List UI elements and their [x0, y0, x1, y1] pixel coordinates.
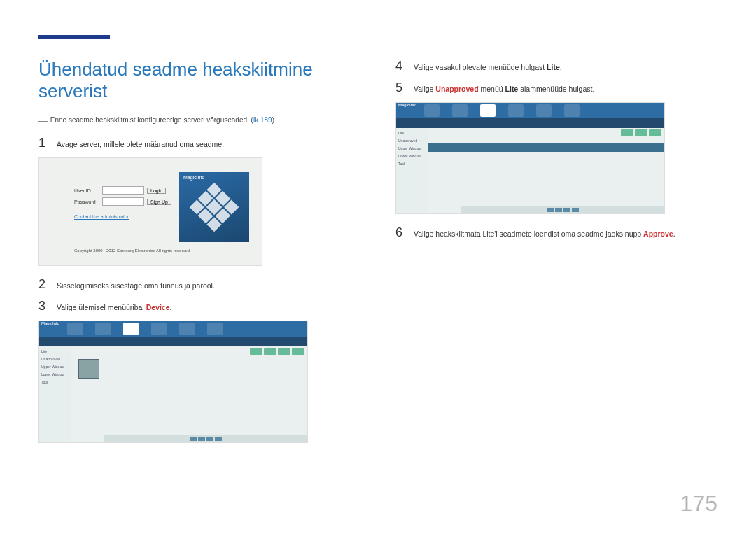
- app-sidebar-2: Lite Unapproved Upper Window Lower Windo…: [396, 128, 428, 213]
- side2-item-1[interactable]: Unapproved: [398, 139, 426, 143]
- toolbar2-btn-3[interactable]: [649, 129, 662, 136]
- app-main-area-2: [428, 128, 664, 213]
- toolbar-btn-2[interactable]: [264, 348, 276, 355]
- step-1-text: Avage server, millele olete määranud oma…: [57, 136, 224, 150]
- step-6: 6 Valige heakskiitmata Lite'i seadmete l…: [396, 225, 718, 240]
- step-6-number: 6: [396, 225, 405, 240]
- side-item-4[interactable]: Tool: [41, 380, 69, 384]
- password-input[interactable]: [102, 197, 144, 206]
- user-id-input[interactable]: [102, 186, 144, 195]
- step-6-text: Valige heakskiitmata Lite'i seadmete loe…: [414, 225, 676, 240]
- side2-item-3[interactable]: Lower Window: [398, 154, 426, 158]
- tab2-2[interactable]: [452, 104, 468, 117]
- page-ctrl-4[interactable]: [215, 437, 222, 441]
- app-pagination-2: [461, 206, 664, 213]
- tab-2[interactable]: [95, 323, 111, 335]
- step-3-number: 3: [38, 299, 48, 314]
- side-item-0[interactable]: Lite: [41, 349, 69, 353]
- contact-admin-link[interactable]: Contact the administrator: [74, 214, 129, 219]
- footnote-post: ): [272, 116, 274, 124]
- step-5: 5 Valige Unapproved menüü Lite alammenüü…: [396, 80, 718, 95]
- toolbar2-btn-2[interactable]: [635, 129, 648, 136]
- side2-item-4[interactable]: Tool: [398, 162, 426, 166]
- step-6-post: .: [673, 230, 676, 238]
- toolbar-btn-3[interactable]: [278, 348, 290, 355]
- step-3-pre: Valige ülemisel menüüribal: [57, 303, 146, 311]
- app-logo: MagicInfo: [41, 321, 59, 325]
- step-3: 3 Valige ülemisel menüüribal Device.: [38, 299, 360, 314]
- config-footnote: ― Enne seadme heakskiitmist konfigureeri…: [38, 115, 360, 126]
- side-item-3[interactable]: Lower Window: [41, 372, 69, 377]
- page-ctrl-2[interactable]: [198, 437, 205, 441]
- step-3-text: Valige ülemisel menüüribal Device.: [57, 299, 172, 314]
- app-subbar-2: [396, 118, 664, 128]
- step-5-text: Valige Unapproved menüü Lite alammenüüde…: [414, 80, 594, 95]
- login-button[interactable]: Login: [147, 188, 166, 194]
- signup-button[interactable]: Sign Up: [147, 199, 172, 205]
- step-1-number: 1: [38, 136, 48, 150]
- page-title: Ühendatud seadme heakskiitmine serverist: [38, 59, 360, 102]
- step-2: 2 Sisselogimiseks sisestage oma tunnus j…: [38, 277, 360, 292]
- tab-1[interactable]: [67, 323, 83, 335]
- step-6-pre: Valige heakskiitmata Lite'i seadmete loe…: [414, 230, 643, 238]
- tab-device[interactable]: [123, 323, 139, 335]
- password-label: Password: [74, 199, 99, 204]
- page2-ctrl-1[interactable]: [547, 208, 554, 212]
- side2-item-2[interactable]: Upper Window: [398, 146, 426, 150]
- toolbar-btn-4[interactable]: [292, 348, 304, 355]
- step-4-text: Valige vasakul olevate menüüde hulgast L…: [414, 59, 562, 73]
- step-5-number: 5: [396, 80, 405, 95]
- magicinfo-logo-panel: MagicInfo: [179, 172, 249, 242]
- step-5-post: alammenüüde hulgast.: [518, 85, 594, 93]
- login-copyright: Copyright 2009 - 2012 SamsungElectronics…: [74, 248, 190, 253]
- device-app-screenshot: MagicInfo Lite Unapproved Upper Window L…: [38, 321, 308, 443]
- tab2-5[interactable]: [536, 104, 552, 117]
- login-form: User ID Login Password Sign Up Contact t…: [74, 186, 172, 219]
- user-id-label: User ID: [74, 188, 99, 193]
- app-pagination: [104, 435, 307, 442]
- step-2-number: 2: [38, 277, 48, 292]
- step-4-post: .: [560, 63, 562, 71]
- header-accent-bar: [38, 35, 110, 39]
- app-top-tabs: MagicInfo: [39, 321, 307, 337]
- login-screenshot: User ID Login Password Sign Up Contact t…: [38, 157, 262, 266]
- tab-5[interactable]: [179, 323, 195, 335]
- tab-4[interactable]: [151, 323, 167, 335]
- tab2-6[interactable]: [564, 104, 580, 117]
- footnote-dash: ―: [38, 115, 48, 126]
- step-6-keyword-approve: Approve: [643, 230, 673, 238]
- app-sidebar: Lite Unapproved Upper Window Lower Windo…: [39, 346, 71, 442]
- side-item-2[interactable]: Upper Window: [41, 365, 69, 369]
- step-2-text: Sisselogimiseks sisestage oma tunnus ja …: [57, 277, 215, 292]
- step-4: 4 Valige vasakul olevate menüüde hulgast…: [396, 59, 718, 73]
- step-5-pre: Valige: [414, 85, 435, 93]
- toolbar2-btn-1[interactable]: [621, 129, 634, 136]
- tab2-4[interactable]: [508, 104, 524, 117]
- page-ctrl-3[interactable]: [206, 437, 214, 441]
- tab-6[interactable]: [207, 323, 223, 335]
- tab2-device[interactable]: [480, 104, 496, 117]
- diamond-icon: [190, 183, 239, 232]
- unapproved-device-row[interactable]: [428, 143, 664, 152]
- side-item-1[interactable]: Unapproved: [41, 357, 69, 361]
- footnote-page-link[interactable]: lk 189: [253, 116, 272, 124]
- step-5-mid: menüü: [479, 85, 505, 93]
- right-column: 4 Valige vasakul olevate menüüde hulgast…: [396, 59, 718, 454]
- step-3-keyword-device: Device: [146, 303, 170, 311]
- page2-ctrl-3[interactable]: [564, 208, 570, 212]
- content-columns: Ühendatud seadme heakskiitmine serverist…: [38, 59, 718, 454]
- page-ctrl-1[interactable]: [190, 437, 197, 441]
- magicinfo-logo-text: MagicInfo: [183, 175, 204, 180]
- page2-ctrl-4[interactable]: [572, 208, 579, 212]
- step-4-keyword-lite: Lite: [547, 63, 560, 71]
- toolbar-btn-1[interactable]: [250, 348, 262, 355]
- device-thumbnail[interactable]: [78, 359, 99, 379]
- header-divider: [38, 41, 718, 41]
- step-5-keyword-lite: Lite: [505, 85, 519, 93]
- side2-item-0[interactable]: Lite: [398, 131, 426, 135]
- app-main-area: [71, 346, 307, 442]
- app-top-tabs-2: MagicInfo: [396, 103, 664, 118]
- page2-ctrl-2[interactable]: [555, 208, 562, 212]
- app-logo-2: MagicInfo: [398, 103, 416, 107]
- tab2-1[interactable]: [424, 104, 440, 117]
